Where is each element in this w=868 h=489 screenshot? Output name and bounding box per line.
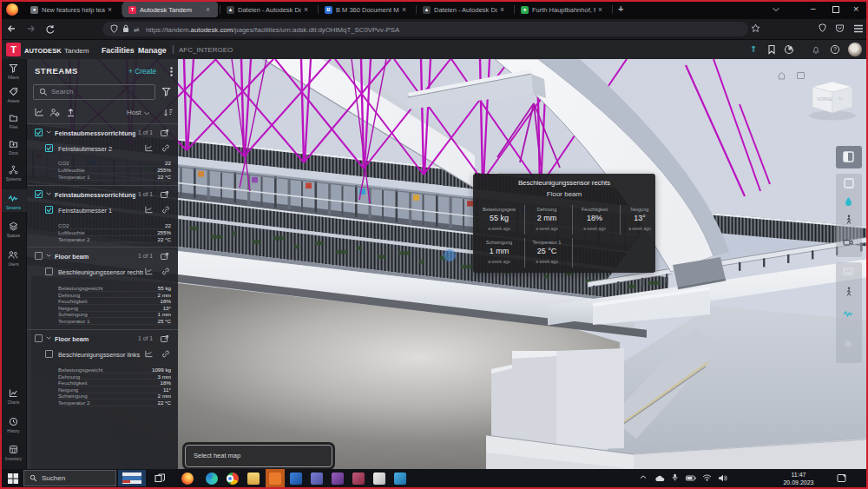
svg-text:?: ?: [833, 46, 837, 52]
svg-text:LI..: LI..: [838, 96, 845, 101]
svg-text:VORNE: VORNE: [817, 96, 832, 102]
